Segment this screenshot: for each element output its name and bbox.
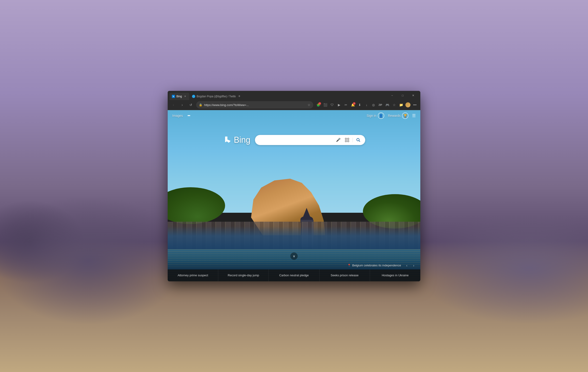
user-icon: 👤 bbox=[378, 112, 384, 119]
tab-twitter-label: Bogdan Popa (@bgdftw) / Twitte... bbox=[197, 95, 236, 98]
bookmark-icon[interactable]: ☆ bbox=[307, 103, 311, 107]
maximize-button[interactable]: □ bbox=[397, 91, 408, 100]
sign-in-label: Sign in bbox=[367, 114, 377, 118]
video-icon[interactable]: ▶ bbox=[336, 102, 342, 108]
ad-block-icon[interactable]: 🛡 bbox=[329, 102, 335, 108]
url-text: https://www.bing.com/?toWww=... bbox=[204, 103, 306, 107]
title-bar: b Bing ✕ 🐦 Bogdan Popa (@bgdftw) / Twitt… bbox=[168, 91, 420, 100]
tab-bing-label: Bing bbox=[176, 95, 182, 98]
bing-favicon: b bbox=[172, 95, 175, 98]
search-input[interactable] bbox=[259, 138, 335, 142]
bing-logo-icon bbox=[223, 135, 232, 145]
close-button[interactable]: ✕ bbox=[408, 91, 419, 100]
extensions-badge: 3 bbox=[318, 102, 321, 105]
collections-icon[interactable]: 📁 bbox=[398, 102, 404, 108]
hamburger-menu[interactable]: ☰ bbox=[412, 113, 416, 118]
favorites-icon[interactable]: ☆ bbox=[391, 102, 397, 108]
notifications-icon[interactable]: 🔔 0 bbox=[350, 102, 356, 108]
more-options-icon[interactable]: ••• bbox=[412, 102, 418, 108]
nav-right: Sign in 👤 Rewards 🏆 ☰ bbox=[367, 112, 416, 119]
news-item-2[interactable]: Record single-day jump bbox=[218, 269, 269, 281]
bing-logo-text: Bing bbox=[234, 135, 250, 145]
svg-rect-0 bbox=[345, 138, 346, 140]
svg-rect-3 bbox=[347, 141, 349, 142]
bing-navbar: Images ••• Sign in 👤 Rewards 🏆 ☰ bbox=[168, 110, 420, 121]
window-controls: − □ ✕ bbox=[385, 91, 420, 100]
news-item-3[interactable]: Carbon neutral pledge bbox=[269, 269, 319, 281]
visual-search-icon[interactable] bbox=[344, 137, 350, 143]
address-bar: ‹ › ↺ 🔒 https://www.bing.com/?toWww=... … bbox=[168, 100, 420, 110]
page-content: Images ••• Sign in 👤 Rewards 🏆 ☰ bbox=[168, 110, 420, 281]
news-item-5[interactable]: Hostages in Ukraine bbox=[370, 269, 420, 281]
rewards-label: Rewards bbox=[388, 114, 400, 118]
bottom-overlay: ∨ 📍 Belgium celebrates its independence … bbox=[168, 251, 420, 281]
location-prev-button[interactable]: ‹ bbox=[404, 262, 410, 269]
search-box: 🎤 bbox=[255, 135, 365, 145]
games-icon[interactable]: 🎮 bbox=[384, 102, 390, 108]
lock-icon: 🔒 bbox=[199, 103, 202, 107]
location-nav: ‹ › bbox=[404, 262, 417, 269]
sign-in-button[interactable]: Sign in 👤 bbox=[367, 112, 384, 119]
tab-bing[interactable]: b Bing ✕ bbox=[169, 93, 189, 100]
chevron-down-button[interactable]: ∨ bbox=[290, 252, 298, 260]
location-next-button[interactable]: › bbox=[411, 262, 417, 269]
location-pin-icon: 📍 bbox=[347, 264, 351, 267]
new-tab-button[interactable]: + bbox=[236, 93, 242, 99]
refresh-button[interactable]: ↺ bbox=[188, 101, 194, 108]
svg-line-5 bbox=[359, 141, 360, 141]
location-text: Belgium celebrates its independence bbox=[352, 264, 401, 267]
svg-rect-1 bbox=[347, 138, 349, 140]
profile-icon[interactable] bbox=[405, 102, 411, 108]
chevron-area: ∨ bbox=[168, 251, 420, 261]
news-item-4[interactable]: Seeks prison release bbox=[319, 269, 370, 281]
zip-icon[interactable]: ZIP bbox=[377, 102, 384, 108]
rewards-button[interactable]: Rewards 🏆 bbox=[388, 112, 408, 119]
minimize-button[interactable]: − bbox=[387, 91, 397, 100]
download2-icon[interactable]: ↓ bbox=[363, 102, 370, 108]
search-icons: 🎤 bbox=[335, 137, 362, 143]
microphone-icon[interactable]: 🎤 bbox=[335, 137, 342, 143]
back-button[interactable]: ‹ bbox=[170, 101, 177, 108]
location-info: 📍 Belgium celebrates its independence bbox=[347, 264, 401, 267]
url-bar[interactable]: 🔒 https://www.bing.com/?toWww=... ☆ bbox=[196, 101, 313, 109]
nav-more[interactable]: ••• bbox=[188, 114, 190, 118]
svg-rect-2 bbox=[345, 141, 346, 142]
location-bar: 📍 Belgium celebrates its independence ‹ … bbox=[168, 261, 420, 269]
browser-window: b Bing ✕ 🐦 Bogdan Popa (@bgdftw) / Twitt… bbox=[168, 91, 420, 281]
tabs-area: b Bing ✕ 🐦 Bogdan Popa (@bgdftw) / Twitt… bbox=[168, 91, 385, 100]
toolbar-icons: 🧩 3 ⬛ 🛡 ▶ ✂ 🔔 0 ⬇ ↓ ◎ ZIP 🎮 ☆ 📁 ••• bbox=[315, 102, 418, 108]
news-item-1[interactable]: Attorney prime suspect bbox=[168, 269, 218, 281]
extensions-icon[interactable]: 🧩 3 bbox=[315, 102, 322, 108]
bing-logo: Bing bbox=[223, 135, 250, 145]
media-icon[interactable]: ⬛ bbox=[322, 102, 328, 108]
nav-images[interactable]: Images bbox=[172, 114, 183, 118]
download-icon[interactable]: ⬇ bbox=[357, 102, 363, 108]
news-bar: Attorney prime suspect Record single-day… bbox=[168, 269, 420, 281]
search-area: Bing 🎤 bbox=[168, 121, 420, 150]
search-button[interactable] bbox=[355, 137, 362, 143]
tab-bing-close[interactable]: ✕ bbox=[183, 95, 187, 98]
notifications-badge: 0 bbox=[353, 102, 356, 105]
vpn-icon[interactable]: ◎ bbox=[370, 102, 377, 108]
rewards-icon: 🏆 bbox=[402, 112, 408, 119]
tab-twitter[interactable]: 🐦 Bogdan Popa (@bgdftw) / Twitte... ✕ bbox=[190, 93, 236, 100]
web-capture-icon[interactable]: ✂ bbox=[343, 102, 349, 108]
twitter-favicon: 🐦 bbox=[192, 95, 195, 98]
forward-button[interactable]: › bbox=[179, 101, 186, 108]
